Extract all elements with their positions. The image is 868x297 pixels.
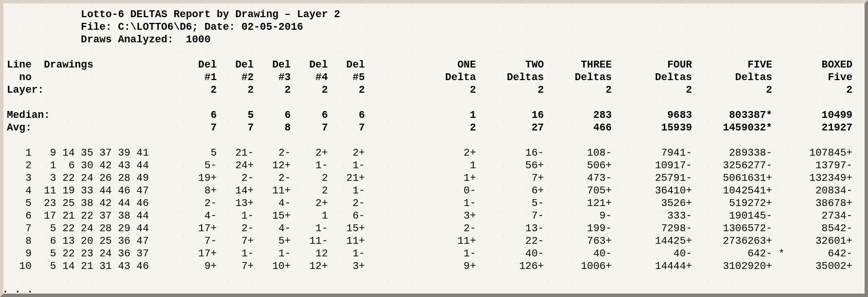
- deltas-report-text: Lotto-6 DELTAS Report by Drawing – Layer…: [0, 0, 868, 272]
- ellipsis: . . .: [2, 283, 33, 296]
